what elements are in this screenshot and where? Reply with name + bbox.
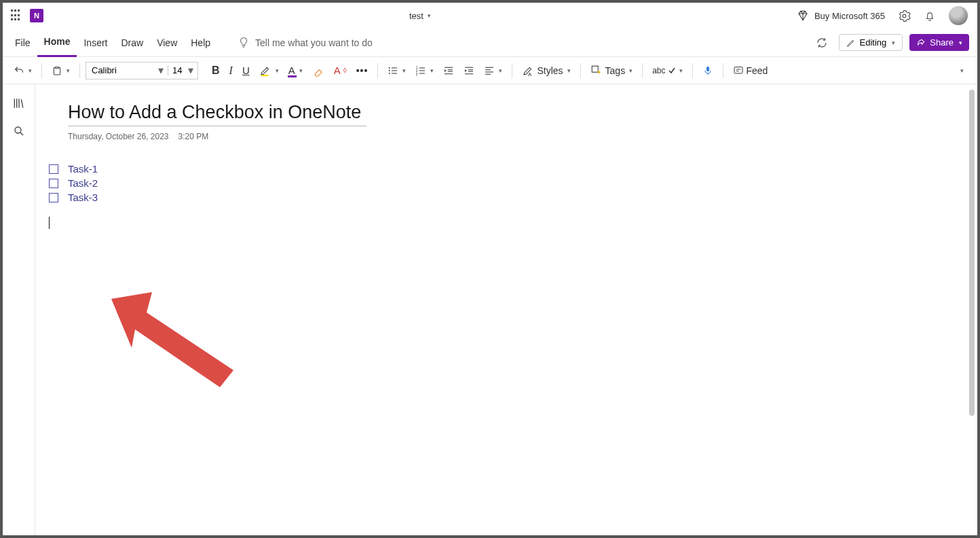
svg-point-2 <box>389 70 390 71</box>
menu-insert[interactable]: Insert <box>77 29 114 57</box>
italic-button[interactable]: I <box>225 62 237 79</box>
bold-button[interactable]: B <box>208 62 224 79</box>
search-icon <box>13 125 25 137</box>
title-bar: N test ▾ Buy Microsoft 365 <box>3 3 977 29</box>
font-family-selector[interactable]: Calibri ▾ 14 ▾ <box>86 62 198 79</box>
numbering-button[interactable]: 123 ▾ <box>411 62 438 79</box>
styles-button[interactable]: A Styles ▾ <box>518 62 574 79</box>
chevron-down-icon: ▾ <box>402 67 406 74</box>
navigation-button[interactable] <box>12 96 26 110</box>
paste-button[interactable]: ▾ <box>48 62 74 79</box>
font-color-button[interactable]: A ▾ <box>284 62 307 79</box>
search-button[interactable] <box>13 125 25 137</box>
ribbon-expand-button[interactable]: ▾ <box>955 65 968 77</box>
svg-text:3: 3 <box>416 72 418 75</box>
tell-me-search[interactable]: Tell me what you want to do <box>238 37 373 49</box>
lightbulb-icon <box>238 37 250 49</box>
text-effects-button[interactable]: A◊ <box>330 62 351 79</box>
spellcheck-button[interactable]: abc ▾ <box>648 63 686 78</box>
notifications-button[interactable] <box>923 9 937 22</box>
undo-icon <box>14 65 24 76</box>
menu-file[interactable]: File <box>8 29 37 57</box>
align-button[interactable]: ▾ <box>480 62 506 79</box>
undo-button[interactable]: ▾ <box>10 62 36 79</box>
chevron-down-icon: ▾ <box>960 67 964 74</box>
notebook-name: test <box>409 11 423 21</box>
font-size-selector[interactable]: 14 <box>168 65 184 75</box>
task-row: Task-2 <box>49 177 945 189</box>
chevron-down-icon: ▾ <box>892 39 895 46</box>
chevron-down-icon: ▾ <box>499 67 502 74</box>
chevron-down-icon: ▾ <box>430 67 434 74</box>
indent-icon <box>464 65 474 76</box>
share-icon <box>916 38 926 48</box>
page-canvas[interactable]: How to Add a Checkbox in OneNote Thursda… <box>35 84 977 535</box>
vertical-scrollbar[interactable] <box>969 90 975 416</box>
text-cursor <box>49 217 50 229</box>
editing-mode-button[interactable]: Editing ▾ <box>839 34 903 51</box>
highlight-button[interactable]: ▾ <box>255 62 283 79</box>
task-text[interactable]: Task-1 <box>68 163 98 175</box>
svg-text:A: A <box>528 71 531 77</box>
tags-button[interactable]: Tags ▾ <box>586 62 637 79</box>
chevron-down-icon: ▾ <box>428 12 431 19</box>
svg-rect-8 <box>592 66 598 72</box>
outdent-icon <box>443 65 454 76</box>
books-icon <box>12 96 26 110</box>
chevron-down-icon: ▾ <box>276 67 279 74</box>
sync-button[interactable] <box>816 37 828 49</box>
eraser-icon <box>312 65 324 77</box>
underline-button[interactable]: U <box>238 62 254 79</box>
svg-rect-0 <box>261 75 269 76</box>
align-icon <box>484 65 495 76</box>
ribbon-toolbar: ▾ ▾ Calibri ▾ 14 ▾ B I U ▾ A ▾ A◊ <box>3 57 977 84</box>
svg-point-3 <box>389 73 390 74</box>
user-avatar[interactable] <box>949 6 968 25</box>
menu-home[interactable]: Home <box>37 29 77 57</box>
arrow-icon <box>111 292 247 394</box>
numbering-icon: 123 <box>415 65 426 76</box>
decrease-indent-button[interactable] <box>439 62 458 79</box>
left-rail <box>3 84 35 535</box>
feed-button[interactable]: Feed <box>729 62 772 79</box>
task-row: Task-3 <box>49 192 945 203</box>
app-launcher-icon[interactable] <box>11 10 23 22</box>
svg-marker-12 <box>111 292 233 387</box>
mic-icon <box>702 65 713 77</box>
menu-help[interactable]: Help <box>184 29 217 57</box>
page-title[interactable]: How to Add a Checkbox in OneNote <box>68 102 366 126</box>
svg-point-11 <box>15 127 21 133</box>
task-list: Task-1 Task-2 Task-3 <box>49 163 945 229</box>
menu-view[interactable]: View <box>150 29 184 57</box>
tag-icon <box>590 65 603 77</box>
buy-microsoft-365-button[interactable]: Buy Microsoft 365 <box>797 10 885 22</box>
check-icon <box>668 67 675 74</box>
chevron-down-icon: ▾ <box>154 64 168 77</box>
clear-formatting-button[interactable] <box>308 62 328 79</box>
more-formatting-button[interactable]: ••• <box>352 62 373 79</box>
share-button[interactable]: Share ▾ <box>909 34 969 51</box>
chevron-down-icon: ▾ <box>629 67 633 74</box>
bullets-button[interactable]: ▾ <box>383 62 410 79</box>
task-row: Task-1 <box>49 163 945 175</box>
onenote-app-icon[interactable]: N <box>30 9 43 22</box>
dictate-button[interactable] <box>698 62 717 79</box>
diamond-icon <box>797 10 809 22</box>
settings-button[interactable] <box>897 9 911 22</box>
chevron-down-icon: ▾ <box>567 67 571 74</box>
notebook-title-dropdown[interactable]: test ▾ <box>43 11 797 21</box>
todo-checkbox[interactable] <box>49 164 58 174</box>
menu-draw[interactable]: Draw <box>114 29 150 57</box>
svg-point-1 <box>389 67 390 69</box>
chevron-down-icon: ▾ <box>184 64 197 77</box>
feed-icon <box>733 65 744 76</box>
todo-checkbox[interactable] <box>49 179 58 188</box>
page-date: Thursday, October 26, 2023 <box>68 132 169 141</box>
todo-checkbox[interactable] <box>49 193 58 202</box>
chevron-down-icon: ▾ <box>67 67 70 74</box>
svg-rect-9 <box>706 67 709 71</box>
task-text[interactable]: Task-3 <box>68 192 98 203</box>
task-text[interactable]: Task-2 <box>68 177 98 189</box>
increase-indent-button[interactable] <box>459 62 478 79</box>
highlighter-icon <box>259 65 271 77</box>
